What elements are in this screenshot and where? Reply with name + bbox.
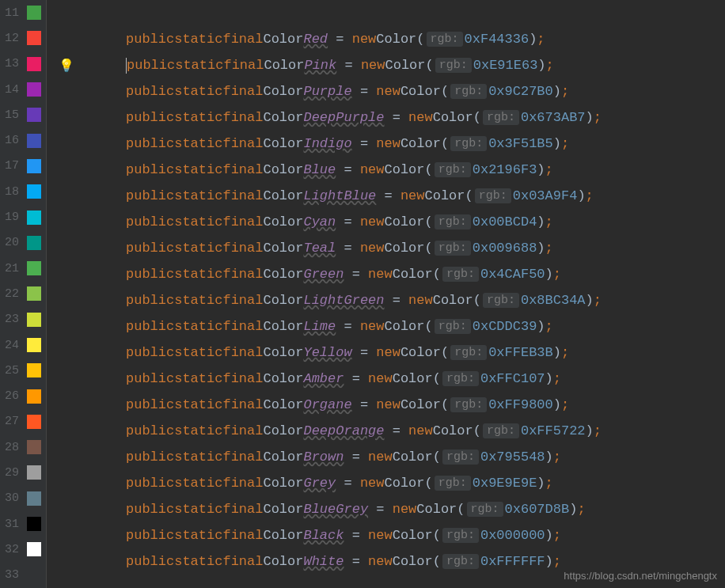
code-line[interactable]: public static final Color Amber = new Co…: [47, 366, 725, 392]
gutter-row[interactable]: 32: [0, 537, 46, 562]
hex-value: 0x8BC34A: [521, 293, 586, 308]
code-line[interactable]: [47, 0, 725, 26]
code-line[interactable]: public static final Color LightBlue = ne…: [47, 183, 725, 209]
code-line[interactable]: public static final Color Indigo = new C…: [47, 131, 725, 157]
gutter-row[interactable]: 26: [0, 383, 46, 408]
code-line[interactable]: public static final Color LightGreen = n…: [47, 287, 725, 313]
gutter-row[interactable]: 15: [0, 102, 46, 127]
code-line[interactable]: public static final Color Organe = new C…: [47, 392, 725, 418]
keyword-static: static: [174, 188, 222, 203]
parameter-hint: rgb:: [427, 32, 463, 47]
gutter-row[interactable]: 24: [0, 332, 46, 358]
code-line[interactable]: public static final Color Cyan = new Col…: [47, 209, 725, 235]
color-swatch-icon[interactable]: [27, 389, 41, 404]
parameter-hint: rgb:: [450, 84, 487, 99]
close-paren: ): [586, 423, 594, 438]
color-swatch-icon[interactable]: [27, 313, 41, 327]
keyword-public: public: [126, 110, 174, 125]
gutter-row[interactable]: 16: [0, 127, 46, 153]
gutter-row[interactable]: 33: [0, 563, 46, 588]
keyword-public: public: [126, 241, 174, 256]
color-swatch-icon[interactable]: [27, 108, 41, 122]
color-swatch-icon[interactable]: [27, 6, 41, 20]
code-line[interactable]: public static final Color DeepOrange = n…: [47, 418, 725, 444]
code-line[interactable]: public static final Color Purple = new C…: [47, 78, 725, 104]
color-swatch-icon[interactable]: [27, 261, 41, 275]
keyword-new: new: [368, 554, 393, 569]
parameter-hint: rgb:: [483, 423, 519, 438]
gutter-row[interactable]: 12: [0, 25, 46, 51]
color-swatch-icon[interactable]: [27, 415, 41, 429]
line-number: 16: [3, 134, 22, 147]
color-swatch-icon[interactable]: [27, 57, 41, 71]
gutter-row[interactable]: 25: [0, 358, 46, 383]
keyword-final: final: [222, 32, 263, 47]
line-number: 11: [3, 6, 22, 20]
gutter-row[interactable]: 17: [0, 154, 46, 179]
line-number: 33: [3, 568, 22, 582]
color-swatch-icon[interactable]: [27, 286, 41, 301]
code-line[interactable]: public static final Color Blue = new Col…: [47, 157, 725, 183]
parameter-hint: rgb:: [450, 397, 487, 412]
keyword-new: new: [376, 136, 400, 151]
code-line[interactable]: public static final Color Lime = new Col…: [47, 313, 725, 340]
code-line[interactable]: public static final Color Yellow = new C…: [47, 340, 725, 366]
keyword-final: final: [222, 110, 263, 125]
color-swatch-icon[interactable]: [27, 517, 41, 531]
hex-value: 0xCDDC39: [473, 319, 537, 334]
code-line[interactable]: public static final Color BlueGrey = new…: [47, 496, 725, 522]
gutter-row[interactable]: 11: [0, 0, 46, 25]
color-swatch-icon[interactable]: [27, 134, 41, 148]
color-swatch-icon[interactable]: [27, 31, 41, 45]
semicolon: ;: [594, 293, 602, 308]
parameter-hint: rgb:: [450, 345, 487, 360]
keyword-public: public: [126, 528, 174, 543]
code-line[interactable]: 💡public static final Color Pink = new Co…: [47, 52, 725, 78]
parameter-hint: rgb:: [435, 319, 471, 334]
gutter-row[interactable]: 27: [0, 409, 46, 434]
color-swatch-icon[interactable]: [27, 82, 41, 97]
gutter-row[interactable]: 20: [0, 230, 46, 256]
color-swatch-icon[interactable]: [27, 184, 41, 199]
code-line[interactable]: public static final Color Teal = new Col…: [47, 235, 725, 261]
code-editor[interactable]: 1112131415161718192021222324252627282930…: [0, 0, 725, 588]
color-swatch-icon[interactable]: [27, 491, 41, 506]
open-paren: (: [473, 293, 481, 308]
constructor-name: Color: [400, 84, 441, 99]
close-paren: ): [553, 345, 561, 360]
code-area[interactable]: public static final Color Red = new Colo…: [47, 0, 725, 588]
parameter-hint: rgb:: [483, 110, 519, 125]
gutter-row[interactable]: 18: [0, 179, 46, 204]
gutter-row[interactable]: 19: [0, 204, 46, 230]
keyword-static: static: [174, 214, 222, 230]
color-swatch-icon[interactable]: [27, 211, 41, 225]
color-swatch-icon[interactable]: [27, 542, 41, 556]
color-swatch-icon[interactable]: [27, 440, 41, 454]
gutter-row[interactable]: 21: [0, 256, 46, 281]
gutter-row[interactable]: 23: [0, 307, 46, 332]
lightbulb-icon[interactable]: 💡: [59, 58, 74, 74]
color-swatch-icon[interactable]: [27, 338, 41, 352]
gutter-row[interactable]: 29: [0, 460, 46, 485]
color-swatch-icon[interactable]: [27, 363, 41, 377]
code-line[interactable]: public static final Color Black = new Co…: [47, 522, 725, 548]
keyword-new: new: [360, 319, 385, 334]
gutter-row[interactable]: 14: [0, 77, 46, 102]
code-line[interactable]: public static final Color DeepPurple = n…: [47, 104, 725, 131]
line-number: 25: [3, 364, 22, 377]
gutter-row[interactable]: 31: [0, 511, 46, 537]
code-line[interactable]: public static final Color Brown = new Co…: [47, 444, 725, 470]
operator-equals: =: [385, 110, 409, 125]
color-swatch-icon[interactable]: [27, 159, 41, 173]
field-name: White: [303, 554, 344, 569]
code-line[interactable]: public static final Color Green = new Co…: [47, 261, 725, 287]
color-swatch-icon[interactable]: [27, 465, 41, 480]
gutter-row[interactable]: 13: [0, 51, 46, 77]
gutter-row[interactable]: 30: [0, 486, 46, 511]
code-line[interactable]: public static final Color Grey = new Col…: [47, 470, 725, 496]
code-line[interactable]: public static final Color Red = new Colo…: [47, 26, 725, 52]
gutter-row[interactable]: 28: [0, 434, 46, 460]
color-swatch-icon[interactable]: [27, 236, 41, 250]
type-name: Color: [263, 371, 303, 386]
gutter-row[interactable]: 22: [0, 281, 46, 306]
